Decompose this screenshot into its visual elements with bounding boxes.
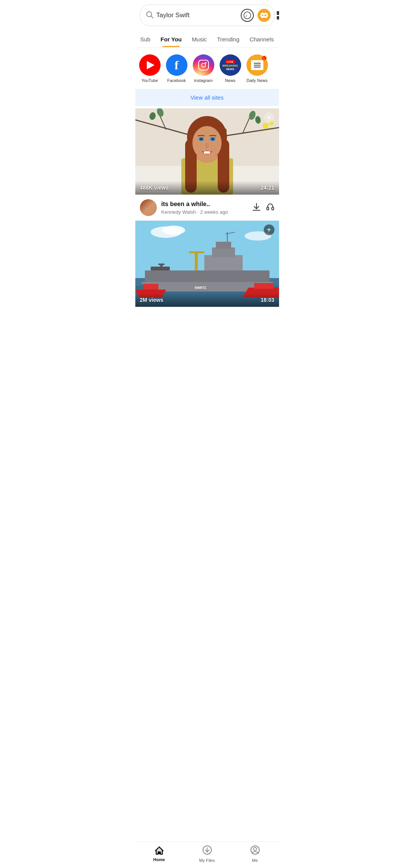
avatar-image-1 — [140, 199, 157, 216]
instagram-lens — [201, 63, 206, 67]
video-card-2[interactable]: NIMITZ 2M views 18:03 + — [135, 221, 279, 307]
svg-point-9 — [266, 15, 266, 16]
tab-for-you[interactable]: For You — [157, 33, 186, 47]
video-card-1[interactable]: 488K views 24:21 + — [135, 108, 279, 195]
page-container: ♪ — [135, 5, 279, 337]
header-icons: ♪ — [241, 9, 279, 22]
svg-rect-56 — [212, 247, 235, 257]
game-icon-button[interactable] — [258, 9, 271, 22]
svg-point-10 — [265, 16, 266, 16]
svg-point-49 — [162, 226, 185, 235]
tab-channels[interactable]: Channels — [246, 33, 278, 47]
dailynews-inner — [251, 60, 263, 70]
video-1-overlay: 488K views 24:21 — [135, 181, 279, 195]
youtube-icon — [139, 54, 161, 76]
svg-point-35 — [192, 126, 222, 160]
search-icon — [146, 11, 153, 20]
instagram-inner — [198, 60, 209, 70]
video-2-add-button[interactable]: + — [264, 224, 274, 235]
site-instagram[interactable]: instagram — [193, 54, 214, 83]
video-1-add-button[interactable]: + — [264, 112, 274, 123]
search-bar: ♪ — [140, 5, 274, 26]
video-1-info: its been a while.. Kennedy Walsh · 2 wee… — [135, 195, 279, 221]
search-input[interactable] — [156, 11, 238, 19]
site-facebook[interactable]: f Facebook — [166, 54, 187, 83]
news-breaking-text: BREAKING — [222, 64, 238, 67]
video-2-overlay: 2M views 18:03 — [135, 293, 279, 307]
youtube-label: YouTube — [141, 78, 158, 83]
news-live-badge: LIVE — [225, 60, 235, 64]
svg-line-1 — [151, 16, 153, 18]
headphone-icon-1[interactable] — [266, 203, 274, 213]
dn-line-2 — [254, 65, 261, 66]
nav-tabs: Sub For You Music Trending Channels — [135, 30, 279, 47]
svg-rect-45 — [272, 207, 274, 210]
download-icon-1[interactable] — [252, 203, 261, 213]
tab-trending[interactable]: Trending — [213, 33, 243, 47]
news-icon: LIVE BREAKING NEWS — [220, 54, 241, 76]
dn-line-3 — [254, 67, 261, 67]
svg-text:NIMITZ: NIMITZ — [195, 286, 206, 290]
svg-point-8 — [265, 14, 266, 15]
site-youtube[interactable]: YouTube — [139, 54, 161, 83]
sites-row: YouTube f Facebook instagram LIVE — [135, 47, 279, 87]
video-1-actions — [252, 203, 274, 213]
video-1-views: 488K views — [140, 185, 169, 191]
svg-point-11 — [264, 15, 265, 16]
grid-icon-button[interactable] — [274, 9, 279, 22]
svg-rect-54 — [145, 270, 269, 282]
youtube-play-triangle — [147, 61, 154, 69]
dn-line-1 — [254, 63, 261, 64]
news-text: NEWS — [226, 68, 234, 70]
facebook-label: Facebook — [167, 78, 186, 83]
video-2-duration: 18:03 — [261, 297, 274, 303]
svg-rect-57 — [216, 242, 231, 249]
svg-rect-58 — [195, 251, 198, 270]
tab-sub[interactable]: Sub — [136, 33, 154, 47]
video-1-avatar[interactable] — [140, 199, 157, 216]
facebook-icon: f — [166, 54, 187, 76]
view-all-sites-button[interactable]: View all sites — [135, 89, 279, 106]
svg-point-26 — [263, 123, 269, 129]
instagram-label: instagram — [194, 78, 212, 83]
svg-point-39 — [211, 138, 215, 141]
video-2-views: 2M views — [140, 297, 163, 303]
tiktok-icon-button[interactable]: ♪ — [241, 9, 254, 22]
svg-rect-44 — [267, 207, 269, 210]
svg-text:♪: ♪ — [245, 13, 248, 18]
instagram-icon — [193, 54, 214, 76]
video-1-title: its been a while.. — [161, 200, 248, 208]
tab-music[interactable]: Music — [188, 33, 210, 47]
news-label: News — [225, 78, 236, 83]
dailynews-notification: 1 — [261, 56, 267, 61]
svg-rect-55 — [204, 255, 243, 270]
instagram-dot — [205, 62, 207, 64]
svg-rect-66 — [254, 283, 273, 289]
svg-point-38 — [199, 138, 203, 141]
dailynews-icon: 1 — [246, 54, 268, 76]
grid-icon — [277, 11, 279, 20]
video-1-duration: 24:21 — [261, 185, 274, 191]
svg-rect-41 — [204, 151, 210, 154]
svg-rect-60 — [151, 267, 170, 270]
news-inner: LIVE BREAKING NEWS — [222, 60, 238, 70]
dailynews-label: Daily News — [246, 78, 268, 83]
svg-rect-64 — [143, 284, 158, 290]
svg-rect-59 — [189, 251, 204, 253]
svg-rect-62 — [158, 264, 164, 265]
video-1-meta: its been a while.. Kennedy Walsh · 2 wee… — [161, 200, 248, 215]
video-1-channel-info: Kennedy Walsh · 2 weeks ago — [161, 209, 248, 215]
site-news[interactable]: LIVE BREAKING NEWS News — [220, 54, 241, 83]
dailynews-lines — [254, 63, 261, 67]
site-dailynews[interactable]: 1 Daily News — [246, 54, 268, 83]
